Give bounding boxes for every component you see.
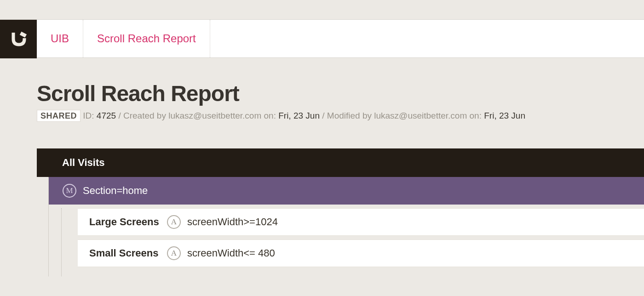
on-label: on:: [264, 111, 276, 120]
segment-formula: screenWidth>=1024: [187, 216, 278, 228]
main-content: Scroll Reach Report SHARED ID: 4725 / Cr…: [0, 58, 644, 276]
report-tree: All Visits M Section=home Large Screens …: [37, 148, 644, 276]
a-badge-icon: A: [167, 215, 181, 229]
id-label: ID:: [83, 111, 97, 120]
svg-rect-0: [20, 32, 27, 38]
tree-section-label: Section=home: [83, 185, 148, 197]
tree-spacer: [62, 267, 644, 276]
created-by-label: Created by: [123, 111, 166, 120]
segment-formula: screenWidth<= 480: [187, 247, 275, 259]
segment-name: Large Screens: [89, 216, 161, 228]
breadcrumb-report[interactable]: Scroll Reach Report: [83, 20, 210, 57]
created-on-value: Fri, 23 Jun: [278, 111, 320, 120]
useitbetter-logo-icon: [9, 30, 28, 48]
tree-level1-wrap: M Section=home Large Screens A screenWid…: [48, 177, 644, 276]
tree-segment-small-screens[interactable]: Small Screens A screenWidth<= 480: [78, 239, 644, 267]
shared-badge: SHARED: [37, 110, 80, 122]
modified-by-label: Modified by: [327, 111, 372, 120]
report-meta-line: SHARED ID: 4725 / Created by lukasz@usei…: [37, 111, 644, 121]
top-navigation-bar: UIB Scroll Reach Report: [0, 19, 644, 58]
m-badge-icon: M: [63, 184, 76, 198]
tree-section-home[interactable]: M Section=home: [49, 177, 644, 205]
tree-segment-large-screens[interactable]: Large Screens A screenWidth>=1024: [78, 208, 644, 236]
on-label: on:: [470, 111, 482, 120]
separator: /: [118, 111, 123, 120]
modified-by-value: lukasz@useitbetter.com: [374, 111, 467, 120]
created-by-value: lukasz@useitbetter.com: [168, 111, 261, 120]
breadcrumb-project[interactable]: UIB: [37, 20, 83, 57]
page-title: Scroll Reach Report: [37, 81, 644, 106]
tree-level2-wrap: Large Screens A screenWidth>=1024 Small …: [61, 208, 644, 276]
separator: /: [322, 111, 327, 120]
tree-root-label: All Visits: [62, 157, 105, 169]
segment-name: Small Screens: [89, 247, 161, 259]
a-badge-icon: A: [167, 246, 181, 260]
id-value: 4725: [97, 111, 116, 120]
breadcrumb-report-label: Scroll Reach Report: [97, 32, 196, 45]
brand-logo[interactable]: [0, 20, 37, 58]
tree-root-all-visits[interactable]: All Visits: [37, 148, 644, 177]
breadcrumb-project-label: UIB: [51, 32, 69, 45]
modified-on-value: Fri, 23 Jun: [484, 111, 525, 120]
